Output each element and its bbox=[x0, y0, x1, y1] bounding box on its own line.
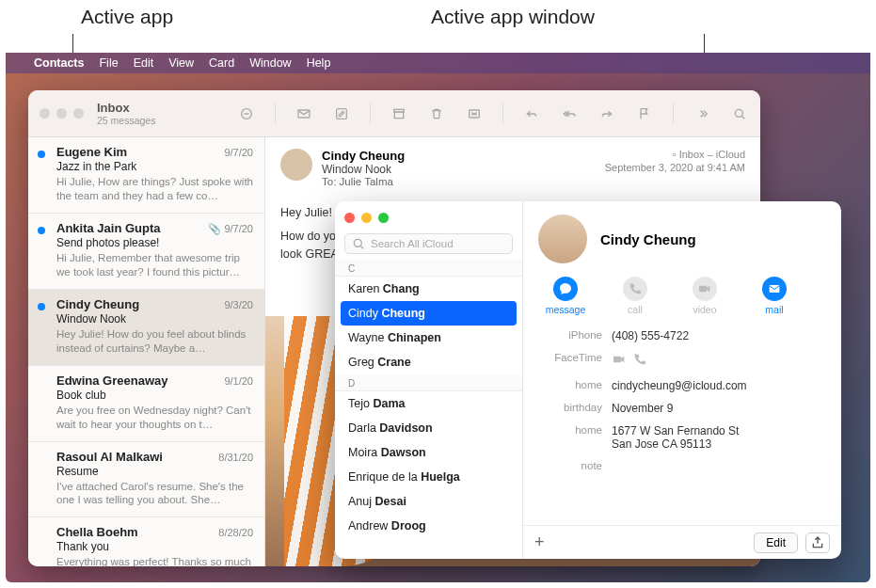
search-input[interactable]: Search All iCloud bbox=[344, 233, 513, 254]
contacts-window[interactable]: Search All iCloud CKaren ChangCindy Cheu… bbox=[335, 201, 841, 559]
phone-icon[interactable] bbox=[632, 352, 647, 370]
message-subject: Resume bbox=[56, 465, 253, 478]
message-icon bbox=[553, 277, 578, 301]
section-header: D bbox=[335, 374, 522, 391]
junk-icon[interactable] bbox=[465, 105, 484, 122]
message-date: 9/1/20 bbox=[224, 375, 253, 387]
field-note: note bbox=[538, 455, 826, 476]
edit-button[interactable]: Edit bbox=[754, 532, 798, 553]
svg-rect-4 bbox=[394, 112, 403, 119]
reply-all-icon[interactable] bbox=[560, 105, 579, 122]
paperclip-icon: 📎 bbox=[208, 223, 221, 234]
archive-icon[interactable] bbox=[390, 105, 408, 122]
action-call[interactable]: call bbox=[613, 277, 657, 315]
message-from: Edwina Greenaway bbox=[56, 373, 168, 388]
menu-card[interactable]: Card bbox=[209, 56, 234, 70]
flag-icon[interactable] bbox=[635, 105, 654, 122]
filter-icon[interactable] bbox=[237, 105, 256, 122]
contact-item[interactable]: Wayne Chinapen bbox=[335, 326, 522, 350]
message-from: Ankita Jain Gupta bbox=[56, 221, 161, 235]
message-date: 8/31/20 bbox=[218, 452, 253, 463]
message-item[interactable]: Eugene Kim9/7/20Jazz in the ParkHi Julie… bbox=[28, 137, 264, 214]
contact-item[interactable]: Darla Davidson bbox=[335, 416, 522, 440]
svg-rect-8 bbox=[699, 286, 707, 293]
menu-view[interactable]: View bbox=[168, 56, 194, 70]
fullscreen-button[interactable] bbox=[73, 108, 84, 119]
search-icon[interactable] bbox=[730, 105, 749, 122]
video-icon[interactable] bbox=[612, 352, 627, 370]
reader-from: Cindy Cheung bbox=[322, 149, 596, 163]
contact-list[interactable]: CKaren ChangCindy CheungWayne ChinapenGr… bbox=[335, 260, 522, 559]
message-item[interactable]: Cindy Cheung9/3/20Window NookHey Julie! … bbox=[28, 290, 264, 366]
message-from: Eugene Kim bbox=[56, 145, 127, 159]
close-button[interactable] bbox=[344, 213, 355, 223]
field-birthday: birthday November 9 bbox=[538, 397, 826, 420]
message-preview: Hey Julie! How do you feel about blinds … bbox=[56, 327, 253, 356]
contact-item[interactable]: Karen Chang bbox=[335, 277, 522, 301]
minimize-button[interactable] bbox=[56, 108, 67, 119]
message-item[interactable]: Ankita Jain Gupta📎 9/7/20Send photos ple… bbox=[28, 214, 264, 290]
action-mail[interactable]: mail bbox=[753, 277, 796, 315]
message-preview: Hi Julie, How are things? Just spoke wit… bbox=[56, 175, 253, 203]
unread-dot-icon bbox=[38, 303, 45, 310]
message-from: Rasoul Al Malkawi bbox=[56, 450, 163, 464]
contact-item[interactable]: Anuj Desai bbox=[335, 489, 522, 514]
mail-toolbar bbox=[155, 103, 760, 124]
field-home-email: home cindycheung9@icloud.com bbox=[538, 374, 826, 397]
field-facetime: FaceTime bbox=[538, 347, 826, 374]
phone-icon bbox=[623, 277, 647, 301]
menu-edit[interactable]: Edit bbox=[134, 56, 154, 70]
card-footer: + Edit bbox=[523, 525, 841, 559]
message-subject: Send photos please! bbox=[56, 236, 253, 249]
contact-item[interactable]: Andrew Droog bbox=[335, 514, 522, 538]
compose-icon[interactable] bbox=[332, 105, 351, 122]
action-message[interactable]: message bbox=[544, 277, 587, 315]
window-controls bbox=[335, 201, 522, 233]
message-preview: Hi Julie, Remember that awesome trip we … bbox=[56, 251, 253, 279]
reply-icon[interactable] bbox=[522, 105, 541, 122]
message-date: 9/3/20 bbox=[224, 299, 253, 310]
message-from: Chella Boehm bbox=[56, 525, 138, 539]
menu-help[interactable]: Help bbox=[307, 56, 331, 70]
message-preview: Everything was perfect! Thanks so much f… bbox=[56, 555, 253, 566]
reader-to: To: Julie Talma bbox=[322, 176, 596, 187]
menu-bar: Contacts File Edit View Card Window Help bbox=[6, 53, 870, 73]
contact-item[interactable]: Greg Crane bbox=[335, 350, 522, 374]
menu-window[interactable]: Window bbox=[249, 56, 291, 70]
message-date: 9/7/20 bbox=[224, 147, 253, 158]
svg-rect-2 bbox=[337, 108, 347, 119]
message-date: 📎 9/7/20 bbox=[204, 223, 253, 235]
contact-item[interactable]: Enrique de la Huelga bbox=[335, 465, 522, 489]
message-preview: Are you free on Wednesday night? Can't w… bbox=[56, 404, 253, 432]
contact-item[interactable]: Moira Dawson bbox=[335, 440, 522, 465]
share-icon[interactable] bbox=[805, 532, 830, 553]
contact-item[interactable]: Cindy Cheung bbox=[341, 301, 517, 326]
message-list[interactable]: Eugene Kim9/7/20Jazz in the ParkHi Julie… bbox=[28, 137, 265, 566]
close-button[interactable] bbox=[40, 108, 50, 119]
svg-point-6 bbox=[735, 109, 742, 117]
separator bbox=[275, 103, 276, 124]
message-preview: I've attached Carol's resume. She's the … bbox=[56, 480, 253, 508]
fullscreen-button[interactable] bbox=[378, 213, 389, 223]
reader-subject: Window Nook bbox=[322, 163, 596, 176]
app-menu[interactable]: Contacts bbox=[34, 56, 84, 70]
action-video[interactable]: video bbox=[683, 277, 726, 315]
message-item[interactable]: Chella Boehm8/28/20Thank youEverything w… bbox=[28, 517, 264, 566]
more-icon[interactable] bbox=[693, 105, 711, 122]
forward-icon[interactable] bbox=[597, 105, 616, 122]
message-item[interactable]: Edwina Greenaway9/1/20Book clubAre you f… bbox=[28, 366, 264, 442]
trash-icon[interactable] bbox=[427, 105, 446, 122]
contact-item[interactable]: Tejo Dama bbox=[335, 391, 522, 416]
envelope-icon[interactable] bbox=[295, 105, 313, 122]
message-date: 8/28/20 bbox=[218, 527, 253, 538]
unread-dot-icon bbox=[38, 227, 45, 234]
inbox-label: Inbox bbox=[97, 101, 155, 115]
annotation-active-app: Active app bbox=[81, 6, 173, 28]
menu-file[interactable]: File bbox=[99, 56, 118, 70]
message-subject: Thank you bbox=[56, 540, 253, 553]
add-button[interactable]: + bbox=[534, 532, 545, 552]
message-item[interactable]: Rasoul Al Malkawi8/31/20ResumeI've attac… bbox=[28, 442, 264, 518]
mailbox-title: Inbox 25 messages bbox=[97, 101, 155, 126]
minimize-button[interactable] bbox=[361, 213, 372, 223]
sender-avatar bbox=[280, 149, 312, 181]
